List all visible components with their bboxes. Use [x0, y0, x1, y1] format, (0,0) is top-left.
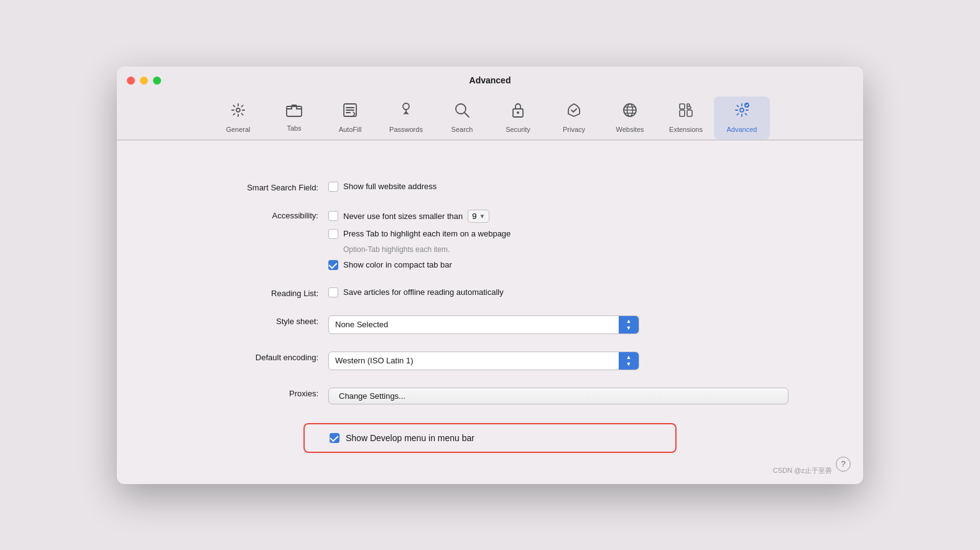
svg-point-13: [517, 111, 519, 114]
help-button[interactable]: ?: [836, 457, 851, 472]
tab-general[interactable]: General: [210, 96, 266, 139]
font-size-arrow: ▼: [479, 213, 485, 220]
maximize-button[interactable]: [153, 77, 161, 85]
svg-rect-19: [680, 110, 685, 116]
tab-general-label: General: [226, 126, 250, 133]
tab-highlight-row: Press Tab to highlight each item on a we…: [328, 229, 788, 239]
close-button[interactable]: [127, 77, 135, 85]
develop-box: Show Develop menu in menu bar: [303, 423, 677, 453]
websites-icon: [621, 101, 639, 123]
up-arrow-icon-2: ▲: [626, 355, 632, 360]
default-encoding-value: Western (ISO Latin 1): [329, 352, 619, 369]
font-size-value: 9: [472, 212, 476, 221]
default-encoding-controls: Western (ISO Latin 1) ▲ ▼: [328, 352, 788, 370]
tab-passwords[interactable]: Passwords: [378, 96, 434, 139]
window-title: Advanced: [127, 75, 853, 93]
tab-passwords-label: Passwords: [389, 126, 423, 133]
proxies-button[interactable]: Change Settings...: [328, 388, 788, 404]
svg-point-22: [740, 108, 744, 112]
default-encoding-select[interactable]: Western (ISO Latin 1) ▲ ▼: [328, 352, 639, 370]
autofill-icon: [341, 101, 359, 123]
style-sheet-arrows[interactable]: ▲ ▼: [619, 316, 639, 333]
style-sheet-value: None Selected: [329, 316, 619, 333]
style-sheet-select[interactable]: None Selected ▲ ▼: [328, 315, 639, 334]
svg-line-11: [465, 113, 469, 117]
tabs-icon: [285, 101, 303, 122]
window-controls: [127, 77, 161, 85]
down-arrow-icon: ▼: [626, 325, 632, 331]
color-compact-checkbox[interactable]: [328, 260, 338, 270]
svg-rect-1: [287, 106, 302, 116]
font-size-checkbox[interactable]: [328, 211, 338, 221]
svg-point-0: [236, 108, 240, 112]
style-sheet-row: Style sheet: None Selected ▲ ▼: [117, 309, 863, 340]
reading-list-controls: Save articles for offline reading automa…: [328, 287, 788, 297]
tab-autofill[interactable]: AutoFill: [322, 96, 378, 139]
svg-rect-20: [687, 110, 692, 116]
style-sheet-controls: None Selected ▲ ▼: [328, 315, 788, 334]
smart-search-row: Smart Search Field: Show full website ad…: [117, 175, 863, 198]
reading-list-checkbox[interactable]: [328, 287, 338, 297]
accessibility-label: Accessibility:: [192, 210, 328, 220]
passwords-icon: [399, 101, 413, 123]
general-icon: [229, 101, 247, 123]
reading-list-option-label: Save articles for offline reading automa…: [343, 287, 504, 297]
security-icon: [511, 101, 525, 123]
svg-rect-21: [680, 104, 685, 109]
tab-security-label: Security: [506, 126, 530, 133]
default-encoding-label: Default encoding:: [192, 352, 328, 362]
smart-search-controls: Show full website address: [328, 182, 788, 192]
tab-extensions-label: Extensions: [669, 126, 703, 133]
tab-websites-label: Websites: [616, 126, 644, 133]
tab-highlight-checkbox[interactable]: [328, 229, 338, 239]
tab-highlight-label: Press Tab to highlight each item on a we…: [343, 229, 511, 238]
tab-extensions[interactable]: Extensions: [658, 96, 714, 139]
font-size-row: Never use font sizes smaller than 9 ▼: [328, 210, 788, 223]
tab-security[interactable]: Security: [490, 96, 546, 139]
minimize-button[interactable]: [140, 77, 148, 85]
color-compact-row: Show color in compact tab bar: [328, 260, 788, 270]
smart-search-check-row: Show full website address: [328, 182, 788, 192]
tab-highlight-note: Option-Tab highlights each item.: [343, 245, 788, 254]
reading-list-row: Reading List: Save articles for offline …: [117, 281, 863, 304]
privacy-icon: [566, 101, 582, 123]
default-encoding-row: Default encoding: Western (ISO Latin 1) …: [117, 345, 863, 376]
tab-tabs[interactable]: Tabs: [266, 96, 322, 139]
tab-websites[interactable]: Websites: [602, 96, 658, 139]
watermark-text: CSDN @z止于至善: [773, 466, 832, 475]
tab-autofill-label: AutoFill: [339, 126, 362, 133]
reading-list-label: Reading List:: [192, 287, 328, 298]
develop-menu-checkbox[interactable]: [330, 433, 340, 443]
up-arrow-icon: ▲: [626, 319, 632, 324]
tab-search[interactable]: Search: [434, 96, 490, 139]
advanced-icon: [733, 101, 751, 123]
toolbar: General Tabs: [127, 93, 853, 139]
color-compact-label: Show color in compact tab bar: [343, 260, 452, 269]
default-encoding-arrows[interactable]: ▲ ▼: [619, 352, 639, 370]
develop-row: Show Develop menu in menu bar: [117, 423, 863, 453]
font-size-dropdown[interactable]: 9 ▼: [468, 210, 489, 223]
smart-search-checkbox[interactable]: [328, 182, 338, 192]
down-arrow-icon-2: ▼: [626, 361, 632, 367]
tab-tabs-label: Tabs: [287, 124, 301, 132]
proxies-controls: Change Settings...: [328, 388, 788, 404]
search-icon: [453, 101, 471, 123]
tab-search-label: Search: [451, 126, 473, 133]
smart-search-option-label: Show full website address: [343, 182, 437, 191]
tab-privacy-label: Privacy: [563, 126, 585, 133]
accessibility-controls: Never use font sizes smaller than 9 ▼ Pr…: [328, 210, 788, 270]
style-sheet-label: Style sheet:: [192, 315, 328, 326]
proxies-row: Proxies: Change Settings...: [117, 381, 863, 411]
proxies-label: Proxies:: [192, 388, 328, 398]
tab-privacy[interactable]: Privacy: [546, 96, 602, 139]
smart-search-label: Smart Search Field:: [192, 182, 328, 192]
tab-advanced-label: Advanced: [727, 126, 757, 133]
svg-point-10: [456, 104, 466, 114]
settings-content: Smart Search Field: Show full website ad…: [117, 153, 863, 484]
accessibility-row: Accessibility: Never use font sizes smal…: [117, 203, 863, 276]
tab-advanced[interactable]: Advanced: [714, 96, 770, 139]
extensions-icon: [677, 101, 695, 123]
develop-menu-label: Show Develop menu in menu bar: [346, 433, 474, 443]
font-size-label: Never use font sizes smaller than: [343, 212, 463, 221]
reading-list-check-row: Save articles for offline reading automa…: [328, 287, 788, 297]
